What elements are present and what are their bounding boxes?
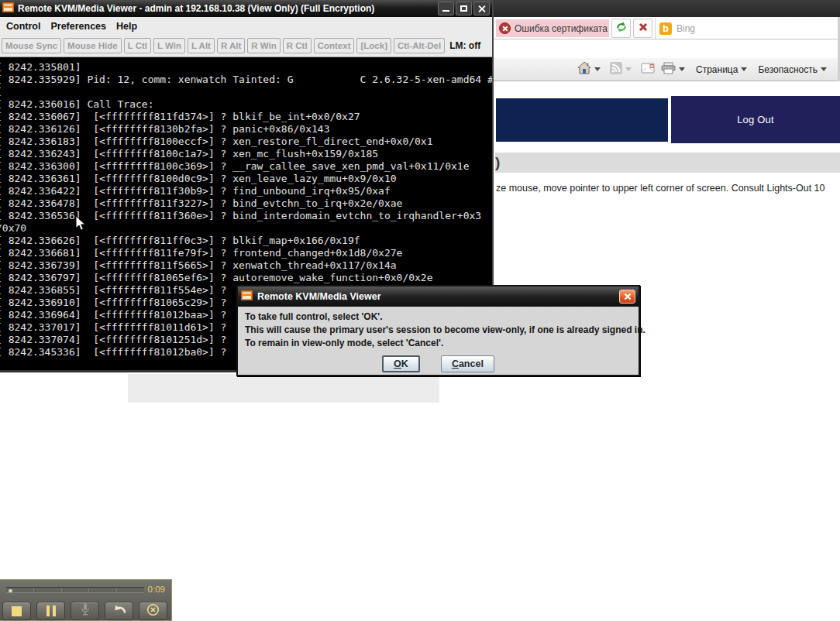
refresh-icon [615, 21, 628, 36]
recording-time: 0:09 [148, 585, 165, 594]
kvm-toolbar: Mouse SyncMouse HideL CtlL WinL AltR Alt… [0, 35, 492, 57]
maximize-icon [460, 5, 467, 12]
kvm-titlebar[interactable]: Remote KVM/Media Viewer - admin at 192.1… [0, 0, 492, 17]
print-dropdown-icon[interactable] [679, 67, 685, 71]
dialog-app-icon [241, 290, 253, 304]
certificate-error-label: Ошибка сертификата [515, 23, 608, 34]
progress-position-dot [9, 589, 12, 592]
commandbar-page[interactable]: Страница [696, 64, 738, 75]
toolbar-button[interactable]: R Win [247, 38, 280, 53]
certificate-error-badge[interactable]: Ошибка сертификата [496, 19, 609, 37]
console-line: [ 8242.336300] [<ffffffff8100c369>] ? __… [0, 160, 492, 173]
stop-recording-button[interactable] [2, 602, 31, 620]
console-line: [ 8242.336478] [<ffffffff811f3227>] ? bi… [0, 197, 492, 210]
dialog-titlebar[interactable]: Remote KVM/Media Viewer [238, 286, 639, 307]
pause-icon [46, 606, 56, 616]
rss-feed-icon[interactable] [610, 62, 622, 77]
console-line: [ 8242.336243] [<ffffffff8100c1a7>] ? xe… [0, 148, 492, 160]
console-line: [ 8242.336126] [<ffffffff8130b2fa>] ? pa… [0, 123, 492, 136]
security-dropdown-icon[interactable] [821, 67, 827, 71]
certificate-error-icon [499, 22, 511, 34]
console-line: [ 8242.336536] [<ffffffff811f360e>] ? bi… [0, 210, 492, 222]
dialog-close-button[interactable] [619, 290, 635, 304]
search-box: b [655, 18, 838, 39]
console-line: [ 8242.336681] [<ffffffff811fe79f>] ? fr… [0, 247, 492, 259]
recording-toolbar: 0:09 [0, 579, 172, 621]
dialog-text-line: This will cause the primary user's sessi… [245, 324, 632, 337]
logout-button[interactable]: Log Out [671, 96, 840, 143]
dialog-text-line: To remain in view-only mode, select 'Can… [245, 337, 632, 350]
commandbar-security[interactable]: Безопасность [758, 64, 818, 75]
console-line: [ 8242.335801] [0, 61, 492, 74]
ok-button[interactable]: OK [382, 355, 420, 372]
cancel-button[interactable]: Cancel [441, 355, 494, 372]
toolbar-button[interactable]: [Lock] [356, 38, 391, 53]
console-line: [ 8242.336797] [<ffffffff81065ef6>] ? au… [0, 272, 492, 284]
dialog-text-line: To take full control, select 'OK'. [245, 310, 632, 324]
kvm-app-icon [2, 2, 14, 15]
page-nav-bar [496, 98, 668, 142]
console-line: [ 8242.336016] Call Trace: [0, 98, 492, 111]
undo-button[interactable] [105, 602, 133, 620]
page-help-text: ze mouse, move pointer to upper left cor… [496, 183, 840, 195]
page-heading-band: ) [495, 153, 840, 173]
page-dropdown-icon[interactable] [741, 67, 747, 71]
toolbar-button[interactable]: R Alt [217, 38, 245, 53]
take-control-dialog: Remote KVM/Media Viewer To take full con… [236, 285, 640, 376]
console-line: [ 8242.336067] [<ffffffff811fd374>] ? bl… [0, 111, 492, 123]
toolbar-button[interactable]: R Ctl [283, 38, 312, 53]
console-line: /0x70 [0, 222, 492, 235]
browser-tab-strip [494, 39, 840, 58]
stop-icon [638, 22, 649, 36]
search-input[interactable] [676, 23, 816, 34]
close-button[interactable] [473, 2, 490, 15]
logout-label: Log Out [737, 114, 774, 125]
rss-dropdown-icon [625, 67, 632, 71]
print-icon[interactable] [661, 62, 676, 77]
home-icon[interactable] [577, 61, 591, 77]
pause-recording-button[interactable] [36, 602, 65, 620]
minimize-button[interactable] [438, 2, 454, 15]
home-dropdown-icon[interactable] [594, 67, 601, 71]
console-line: [ 8242.336739] [<ffffffff811f5665>] ? xe… [0, 259, 492, 272]
minimize-icon [442, 10, 449, 12]
stop-button[interactable] [633, 19, 652, 38]
menu-item[interactable]: Control [3, 21, 47, 32]
local-monitor-status: LM: off [449, 40, 480, 51]
maximize-button[interactable] [456, 2, 472, 15]
browser-address-bar: Ошибка сертификата b [494, 17, 840, 39]
desktop: Ошибка сертификата b [0, 0, 840, 621]
toolbar-button[interactable]: Mouse Hide [64, 38, 122, 53]
close-circle-icon [146, 603, 160, 619]
dialog-title: Remote KVM/Media Viewer [257, 291, 619, 302]
page-heading-fragment: ) [495, 154, 500, 170]
menu-item[interactable]: Help [113, 21, 144, 32]
refresh-button[interactable] [611, 19, 631, 38]
toolbar-button[interactable]: Context [314, 38, 355, 53]
console-line: [ 8242.336183] [<ffffffff8100eccf>] ? xe… [0, 136, 492, 148]
browser-command-bar: Страница Безопасность Сервис [494, 58, 840, 81]
kvm-window-title: Remote KVM/Media Viewer - admin at 192.1… [18, 3, 436, 14]
console-line: [ 8242.336422] [<ffffffff811f30b9>] ? fi… [0, 185, 492, 197]
recording-progress-bar[interactable] [6, 587, 144, 593]
console-line: [ [0, 86, 492, 98]
dialog-body: To take full control, select 'OK'. This … [238, 307, 639, 372]
undo-icon [112, 604, 126, 618]
page-gray-panel [128, 374, 439, 403]
mouse-cursor [75, 215, 86, 235]
menu-item[interactable]: Preferences [47, 21, 113, 32]
toolbar-button[interactable]: L Win [153, 38, 185, 53]
microphone-button[interactable] [71, 602, 99, 620]
browser-titlebar [494, 0, 840, 17]
toolbar-button[interactable]: Mouse Sync [2, 38, 61, 53]
stop-icon [12, 606, 22, 616]
toolbar-button[interactable]: L Ctl [124, 38, 151, 53]
toolbar-button[interactable]: L Alt [188, 38, 215, 53]
console-line: [ 8242.335929] Pid: 12, comm: xenwatch T… [0, 74, 492, 86]
microphone-icon [80, 602, 91, 619]
console-line: [ 8242.336361] [<ffffffff8100d0c9>] ? xe… [0, 173, 492, 185]
close-recorder-button[interactable] [139, 602, 167, 620]
toolbar-button[interactable]: Ctl-Alt-Del [394, 38, 445, 53]
console-line: [ 8242.336626] [<ffffffff811ff0c3>] ? bl… [0, 235, 492, 247]
read-mail-icon[interactable] [641, 63, 655, 77]
